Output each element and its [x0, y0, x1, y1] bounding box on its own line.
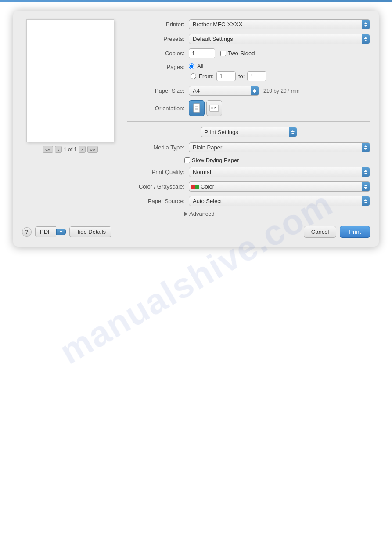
color-grayscale-select[interactable]: Color — [189, 181, 370, 192]
last-page-button[interactable]: »» — [87, 146, 98, 153]
stepper-up-icon — [291, 130, 295, 132]
print-settings-select[interactable]: Print Settings — [201, 127, 297, 137]
pages-from-radio[interactable] — [191, 73, 196, 79]
pages-to-input[interactable] — [247, 71, 266, 81]
settings-panel: Printer: Brother MFC-XXXX — [127, 19, 370, 217]
copies-row: Copies: Two-Sided — [127, 48, 370, 58]
print-quality-stepper[interactable] — [362, 167, 370, 177]
pages-all-label: All — [197, 63, 203, 69]
two-sided-checkbox[interactable] — [220, 51, 226, 56]
presets-row: Presets: Default Settings — [127, 34, 370, 44]
print-settings-stepper[interactable] — [289, 127, 297, 137]
color-grayscale-row: Color / Grayscale: Color — [127, 181, 370, 192]
stepper-up-icon — [364, 22, 367, 24]
copies-input[interactable] — [189, 48, 215, 58]
printer-row: Printer: Brother MFC-XXXX — [127, 19, 370, 29]
advanced-toggle[interactable]: Advanced — [184, 210, 370, 217]
dialog-footer: ? PDF Hide Details Cancel Print — [22, 226, 370, 238]
stepper-down-icon — [364, 40, 367, 41]
paper-size-row: Paper Size: A4 — [127, 86, 370, 96]
media-type-select[interactable]: Plain Paper — [189, 142, 370, 152]
stepper-down-icon — [364, 173, 367, 174]
pages-from-to-row: From: to: — [191, 71, 370, 81]
stepper-up-icon — [364, 145, 367, 147]
presets-label: Presets: — [127, 36, 184, 42]
pdf-button[interactable]: PDF — [35, 226, 56, 237]
color-grayscale-select-wrapper: Color — [189, 181, 370, 192]
copies-label: Copies: — [127, 50, 184, 57]
media-type-stepper[interactable] — [362, 143, 370, 152]
stepper-down-icon — [253, 91, 256, 93]
paper-size-label: Paper Size: — [127, 87, 184, 94]
printer-select[interactable]: Brother MFC-XXXX — [189, 19, 370, 29]
pdf-btn-group: PDF — [35, 226, 66, 237]
presets-select[interactable]: Default Settings — [189, 34, 370, 44]
print-quality-label: Print Quality: — [127, 169, 184, 175]
media-type-row: Media Type: Plain Paper — [127, 142, 370, 152]
presets-select-wrapper: Default Settings — [189, 34, 370, 44]
pdf-dropdown-button[interactable] — [56, 229, 66, 235]
hide-details-button[interactable]: Hide Details — [69, 226, 111, 237]
stepper-down-icon — [364, 202, 367, 203]
stepper-down-icon — [364, 187, 367, 189]
orientation-landscape-button[interactable] — [206, 100, 222, 116]
paper-dims: 210 by 297 mm — [263, 88, 300, 94]
media-type-label: Media Type: — [127, 144, 184, 151]
slow-drying-label: Slow Drying Paper — [192, 157, 239, 163]
paper-size-select-wrapper: A4 — [189, 86, 259, 96]
color-grayscale-label: Color / Grayscale: — [127, 183, 184, 190]
print-button[interactable]: Print — [340, 226, 370, 238]
printer-select-wrapper: Brother MFC-XXXX — [189, 19, 370, 29]
pages-from-input[interactable] — [216, 71, 236, 81]
color-grayscale-stepper[interactable] — [362, 182, 370, 191]
prev-page-button[interactable]: ‹ — [55, 146, 62, 153]
preview-panel: «« ‹ 1 of 1 › »» — [22, 19, 119, 217]
page-indicator: 1 of 1 — [64, 146, 77, 152]
pages-to-label: to: — [238, 73, 245, 80]
cancel-button[interactable]: Cancel — [304, 226, 336, 238]
advanced-label: Advanced — [189, 210, 215, 217]
paper-source-select-wrapper: Auto Select — [189, 196, 370, 206]
printer-label: Printer: — [127, 21, 184, 28]
pages-all-row: All — [189, 63, 370, 69]
slow-drying-checkbox-label[interactable]: Slow Drying Paper — [184, 157, 370, 163]
print-dialog: «« ‹ 1 of 1 › »» Printer: Brother MFC-XX… — [13, 11, 379, 247]
paper-source-label: Paper Source: — [127, 198, 184, 204]
page-preview — [26, 19, 114, 142]
paper-size-stepper[interactable] — [251, 86, 259, 95]
print-quality-select-wrapper: Normal — [189, 167, 370, 177]
printer-stepper[interactable] — [362, 20, 370, 29]
print-quality-row: Print Quality: Normal — [127, 167, 370, 177]
divider-1 — [127, 121, 370, 122]
media-type-select-wrapper: Plain Paper — [189, 142, 370, 152]
help-button[interactable]: ? — [22, 227, 32, 237]
two-sided-checkbox-label[interactable]: Two-Sided — [220, 50, 255, 57]
stepper-down-icon — [364, 148, 367, 150]
next-page-button[interactable]: › — [79, 146, 86, 153]
presets-stepper[interactable] — [362, 34, 370, 44]
orientation-portrait-button[interactable] — [189, 100, 205, 116]
advanced-triangle-icon — [184, 212, 187, 216]
print-quality-select[interactable]: Normal — [189, 167, 370, 177]
print-settings-row: Print Settings — [127, 127, 370, 137]
stepper-up-icon — [364, 199, 367, 201]
pages-from-label: From: — [199, 73, 214, 80]
paper-source-select[interactable]: Auto Select — [189, 196, 370, 206]
paper-source-stepper[interactable] — [362, 196, 370, 206]
pdf-dropdown-arrow-icon — [59, 231, 63, 233]
preview-controls: «« ‹ 1 of 1 › »» — [43, 146, 98, 153]
slow-drying-row: Slow Drying Paper — [184, 157, 370, 163]
two-sided-label: Two-Sided — [228, 50, 255, 57]
pages-all-radio[interactable] — [189, 63, 194, 69]
stepper-down-icon — [291, 133, 295, 134]
first-page-button[interactable]: «« — [43, 146, 53, 153]
pages-row: Pages: All From: to: — [127, 63, 370, 81]
stepper-down-icon — [364, 25, 367, 27]
stepper-up-icon — [364, 37, 367, 39]
stepper-up-icon — [364, 185, 367, 186]
pages-label: Pages: — [127, 63, 184, 70]
slow-drying-checkbox[interactable] — [184, 157, 190, 163]
stepper-up-icon — [253, 89, 256, 91]
paper-size-select[interactable]: A4 — [189, 86, 259, 96]
paper-source-row: Paper Source: Auto Select — [127, 196, 370, 206]
